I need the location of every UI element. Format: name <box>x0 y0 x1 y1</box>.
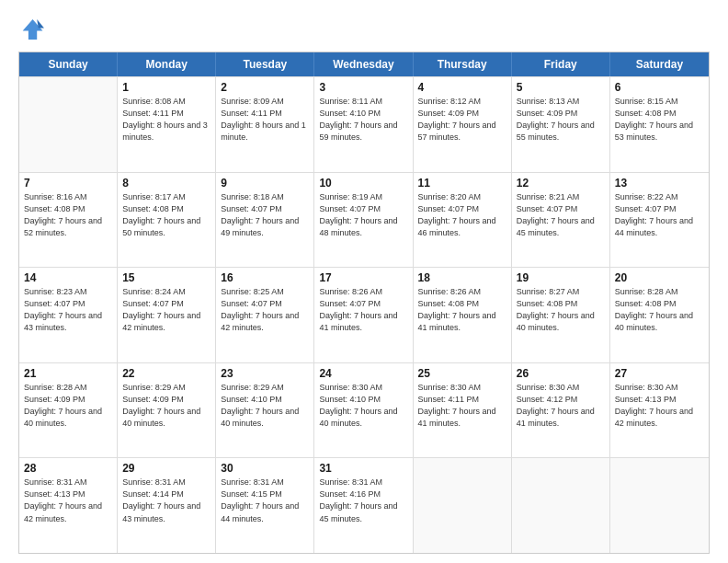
calendar-cell: 19Sunrise: 8:27 AMSunset: 4:08 PMDayligh… <box>512 268 610 362</box>
calendar-week-1: 1Sunrise: 8:08 AMSunset: 4:11 PMDaylight… <box>19 76 709 172</box>
day-number: 2 <box>221 81 309 94</box>
day-number: 9 <box>221 177 309 190</box>
day-number: 27 <box>615 367 704 380</box>
day-number: 30 <box>221 462 309 475</box>
day-number: 26 <box>517 367 605 380</box>
calendar-week-4: 21Sunrise: 8:28 AMSunset: 4:09 PMDayligh… <box>19 362 709 458</box>
day-number: 10 <box>319 177 407 190</box>
calendar-cell: 29Sunrise: 8:31 AMSunset: 4:14 PMDayligh… <box>118 458 216 553</box>
day-info: Sunrise: 8:19 AMSunset: 4:07 PMDaylight:… <box>319 191 407 239</box>
day-info: Sunrise: 8:23 AMSunset: 4:07 PMDaylight:… <box>24 286 112 334</box>
day-header-wednesday: Wednesday <box>314 52 413 76</box>
day-header-tuesday: Tuesday <box>216 52 314 76</box>
calendar-cell: 1Sunrise: 8:08 AMSunset: 4:11 PMDaylight… <box>118 77 216 172</box>
day-number: 17 <box>319 271 407 284</box>
day-info: Sunrise: 8:28 AMSunset: 4:08 PMDaylight:… <box>615 286 704 334</box>
calendar-cell: 12Sunrise: 8:21 AMSunset: 4:07 PMDayligh… <box>512 173 610 268</box>
day-info: Sunrise: 8:29 AMSunset: 4:09 PMDaylight:… <box>122 382 210 430</box>
calendar-week-5: 28Sunrise: 8:31 AMSunset: 4:13 PMDayligh… <box>19 457 709 553</box>
day-info: Sunrise: 8:21 AMSunset: 4:07 PMDaylight:… <box>517 191 605 239</box>
calendar-cell: 17Sunrise: 8:26 AMSunset: 4:07 PMDayligh… <box>314 268 413 362</box>
day-info: Sunrise: 8:26 AMSunset: 4:07 PMDaylight:… <box>319 286 407 334</box>
calendar-week-2: 7Sunrise: 8:16 AMSunset: 4:08 PMDaylight… <box>19 172 709 268</box>
day-number: 15 <box>122 271 210 284</box>
day-info: Sunrise: 8:30 AMSunset: 4:10 PMDaylight:… <box>319 382 407 430</box>
calendar-cell <box>414 458 512 553</box>
day-header-sunday: Sunday <box>19 52 118 76</box>
calendar-week-3: 14Sunrise: 8:23 AMSunset: 4:07 PMDayligh… <box>19 267 709 362</box>
calendar-cell: 9Sunrise: 8:18 AMSunset: 4:07 PMDaylight… <box>216 173 314 268</box>
calendar-cell: 20Sunrise: 8:28 AMSunset: 4:08 PMDayligh… <box>610 268 709 362</box>
calendar-cell: 30Sunrise: 8:31 AMSunset: 4:15 PMDayligh… <box>216 458 314 553</box>
day-info: Sunrise: 8:31 AMSunset: 4:16 PMDaylight:… <box>319 477 407 524</box>
day-info: Sunrise: 8:27 AMSunset: 4:08 PMDaylight:… <box>517 286 605 334</box>
day-number: 22 <box>122 367 210 380</box>
calendar-cell: 25Sunrise: 8:30 AMSunset: 4:11 PMDayligh… <box>414 363 512 458</box>
day-info: Sunrise: 8:30 AMSunset: 4:11 PMDaylight:… <box>418 382 506 430</box>
day-header-friday: Friday <box>512 52 610 76</box>
day-info: Sunrise: 8:08 AMSunset: 4:11 PMDaylight:… <box>122 96 210 144</box>
day-number: 28 <box>24 462 112 475</box>
calendar-cell: 27Sunrise: 8:30 AMSunset: 4:13 PMDayligh… <box>610 363 709 458</box>
calendar-cell: 14Sunrise: 8:23 AMSunset: 4:07 PMDayligh… <box>19 268 118 362</box>
calendar-cell <box>610 458 709 553</box>
day-info: Sunrise: 8:20 AMSunset: 4:07 PMDaylight:… <box>418 191 506 239</box>
day-number: 13 <box>615 177 704 190</box>
day-number: 16 <box>221 271 309 284</box>
day-info: Sunrise: 8:31 AMSunset: 4:13 PMDaylight:… <box>24 477 112 524</box>
calendar-cell: 18Sunrise: 8:26 AMSunset: 4:08 PMDayligh… <box>414 268 512 362</box>
page: SundayMondayTuesdayWednesdayThursdayFrid… <box>0 0 728 563</box>
day-number: 21 <box>24 367 112 380</box>
day-number: 1 <box>122 81 210 94</box>
calendar-cell: 31Sunrise: 8:31 AMSunset: 4:16 PMDayligh… <box>314 458 413 553</box>
day-number: 18 <box>418 271 506 284</box>
calendar-cell: 28Sunrise: 8:31 AMSunset: 4:13 PMDayligh… <box>19 458 118 553</box>
calendar: SundayMondayTuesdayWednesdayThursdayFrid… <box>18 52 710 554</box>
calendar-cell: 6Sunrise: 8:15 AMSunset: 4:08 PMDaylight… <box>610 77 709 172</box>
calendar-cell <box>512 458 610 553</box>
day-info: Sunrise: 8:16 AMSunset: 4:08 PMDaylight:… <box>24 191 112 239</box>
day-header-saturday: Saturday <box>610 52 709 76</box>
svg-marker-0 <box>23 19 43 40</box>
day-info: Sunrise: 8:25 AMSunset: 4:07 PMDaylight:… <box>221 286 309 334</box>
day-number: 11 <box>418 177 506 190</box>
day-number: 31 <box>319 462 407 475</box>
day-info: Sunrise: 8:12 AMSunset: 4:09 PMDaylight:… <box>418 96 506 144</box>
day-info: Sunrise: 8:11 AMSunset: 4:10 PMDaylight:… <box>319 96 407 144</box>
calendar-cell: 16Sunrise: 8:25 AMSunset: 4:07 PMDayligh… <box>216 268 314 362</box>
day-info: Sunrise: 8:24 AMSunset: 4:07 PMDaylight:… <box>122 286 210 334</box>
day-info: Sunrise: 8:22 AMSunset: 4:07 PMDaylight:… <box>615 191 704 239</box>
day-info: Sunrise: 8:31 AMSunset: 4:14 PMDaylight:… <box>122 477 210 524</box>
calendar-header: SundayMondayTuesdayWednesdayThursdayFrid… <box>19 52 709 76</box>
calendar-cell: 2Sunrise: 8:09 AMSunset: 4:11 PMDaylight… <box>216 77 314 172</box>
day-info: Sunrise: 8:31 AMSunset: 4:15 PMDaylight:… <box>221 477 309 524</box>
calendar-cell: 4Sunrise: 8:12 AMSunset: 4:09 PMDaylight… <box>414 77 512 172</box>
calendar-cell: 7Sunrise: 8:16 AMSunset: 4:08 PMDaylight… <box>19 173 118 268</box>
day-info: Sunrise: 8:28 AMSunset: 4:09 PMDaylight:… <box>24 382 112 430</box>
day-number: 3 <box>319 81 407 94</box>
day-info: Sunrise: 8:17 AMSunset: 4:08 PMDaylight:… <box>122 191 210 239</box>
day-number: 6 <box>615 81 704 94</box>
calendar-cell: 26Sunrise: 8:30 AMSunset: 4:12 PMDayligh… <box>512 363 610 458</box>
day-number: 29 <box>122 462 210 475</box>
day-info: Sunrise: 8:26 AMSunset: 4:08 PMDaylight:… <box>418 286 506 334</box>
logo-icon <box>18 17 44 42</box>
day-info: Sunrise: 8:13 AMSunset: 4:09 PMDaylight:… <box>517 96 605 144</box>
day-number: 19 <box>517 271 605 284</box>
day-info: Sunrise: 8:30 AMSunset: 4:13 PMDaylight:… <box>615 382 704 430</box>
calendar-cell: 5Sunrise: 8:13 AMSunset: 4:09 PMDaylight… <box>512 77 610 172</box>
day-number: 24 <box>319 367 407 380</box>
calendar-cell <box>19 77 118 172</box>
day-header-monday: Monday <box>118 52 216 76</box>
day-info: Sunrise: 8:29 AMSunset: 4:10 PMDaylight:… <box>221 382 309 430</box>
calendar-cell: 24Sunrise: 8:30 AMSunset: 4:10 PMDayligh… <box>314 363 413 458</box>
calendar-cell: 15Sunrise: 8:24 AMSunset: 4:07 PMDayligh… <box>118 268 216 362</box>
day-number: 25 <box>418 367 506 380</box>
day-info: Sunrise: 8:09 AMSunset: 4:11 PMDaylight:… <box>221 96 309 144</box>
calendar-cell: 21Sunrise: 8:28 AMSunset: 4:09 PMDayligh… <box>19 363 118 458</box>
day-info: Sunrise: 8:30 AMSunset: 4:12 PMDaylight:… <box>517 382 605 430</box>
day-number: 12 <box>517 177 605 190</box>
day-number: 20 <box>615 271 704 284</box>
day-number: 23 <box>221 367 309 380</box>
day-header-thursday: Thursday <box>414 52 512 76</box>
